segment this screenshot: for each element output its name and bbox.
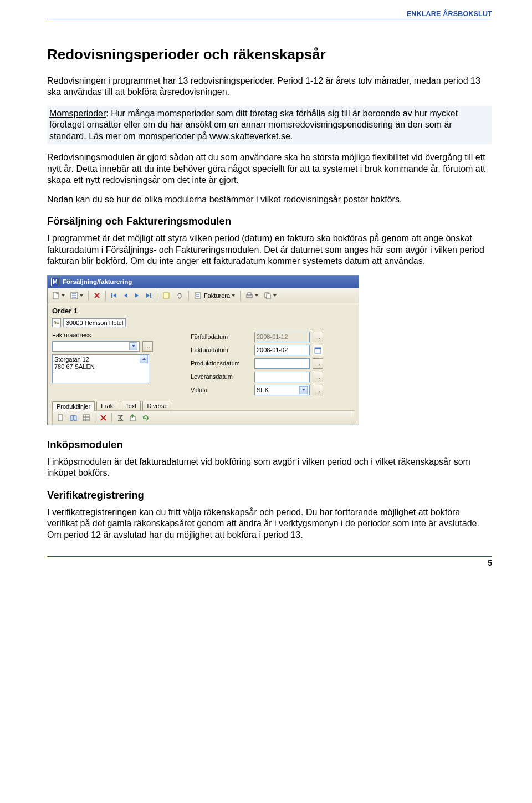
customer-icon: 9≡ <box>52 318 61 327</box>
ellipsis-button[interactable]: … <box>313 372 323 382</box>
scroll-up-icon[interactable] <box>140 355 148 363</box>
toolbar-separator <box>157 291 157 301</box>
calendar-icon <box>314 347 321 354</box>
fakturaadress-combo[interactable] <box>52 341 140 352</box>
new-line-button[interactable] <box>55 413 66 423</box>
leveransdatum-label: Leveransdatum <box>191 373 252 380</box>
valuta-value: SEK <box>257 387 269 393</box>
new-button[interactable] <box>50 290 67 301</box>
valuta-label: Valuta <box>191 387 252 393</box>
svg-rect-9 <box>163 293 169 298</box>
ellipsis-button[interactable]: … <box>313 332 323 342</box>
app-title: Försäljning/fakturering <box>63 278 132 285</box>
voucher-heading: Verifikatregistrering <box>47 489 492 501</box>
page-title: Redovisningsperioder och räkenskapsår <box>47 46 492 63</box>
attach-button[interactable] <box>173 290 186 301</box>
svg-rect-10 <box>195 293 201 298</box>
notes-button[interactable] <box>160 290 172 301</box>
fakturaadress-label: Fakturaadress <box>52 332 180 338</box>
tab-row: Produktlinjer Frakt Text Diverse <box>52 401 354 410</box>
last-icon <box>145 292 152 299</box>
chevron-down-icon <box>129 342 137 350</box>
fakturera-button[interactable]: Fakturera <box>192 290 237 301</box>
chevron-down-icon <box>62 294 65 297</box>
chevron-down-icon <box>232 294 235 297</box>
toolbar-separator <box>111 413 112 423</box>
export-icon <box>129 414 136 421</box>
svg-rect-7 <box>111 293 112 298</box>
app-window: M Försäljning/fakturering <box>47 275 359 425</box>
page-number: 5 <box>47 556 492 567</box>
app-toolbar: Fakturera <box>48 288 359 303</box>
order-number: Order 1 <box>52 307 78 315</box>
copy-icon <box>264 292 272 299</box>
list-button[interactable] <box>68 290 85 301</box>
export-button[interactable] <box>127 413 139 423</box>
refresh-button[interactable] <box>140 413 151 423</box>
svg-rect-16 <box>267 294 270 299</box>
customer-field[interactable]: 30000 Hemson Hotel <box>63 318 126 327</box>
purchase-paragraph: I inköpsmodulen är det fakturadatumet vi… <box>47 456 492 479</box>
chevron-down-icon <box>255 294 258 297</box>
sales-paragraph: I programmet är det möjligt att styra vi… <box>47 233 492 267</box>
valuta-combo[interactable]: SEK <box>254 385 310 395</box>
callout-text: : Hur många momsperioder som ditt företa… <box>49 109 458 141</box>
print-button[interactable] <box>243 290 260 301</box>
tab-frakt[interactable]: Frakt <box>96 401 119 410</box>
running-header: ENKLARE ÅRSBOKSLUT <box>47 10 492 19</box>
chevron-down-icon <box>299 386 308 394</box>
first-record-button[interactable] <box>109 291 120 301</box>
paperclip-icon <box>176 292 183 299</box>
voucher-paragraph: I verifikatregistreringen kan du fritt v… <box>47 507 492 541</box>
fakturadatum-field[interactable] <box>254 345 310 355</box>
grid-button[interactable] <box>80 413 92 423</box>
open-line-button[interactable] <box>68 413 79 423</box>
app-content: Order 1 9≡ 30000 Hemson Hotel Fakturaadr… <box>48 303 359 425</box>
tab-produktlinjer[interactable]: Produktlinjer <box>52 402 95 411</box>
last-record-button[interactable] <box>143 291 154 301</box>
prev-record-button[interactable] <box>121 291 131 301</box>
x-icon <box>94 292 100 299</box>
new-page-icon <box>57 414 64 421</box>
note-icon <box>162 292 170 299</box>
copy-button[interactable] <box>262 290 279 301</box>
first-icon <box>111 292 117 299</box>
new-page-icon <box>52 292 60 299</box>
sigma-icon <box>117 414 124 421</box>
next-record-button[interactable] <box>132 291 142 301</box>
svg-rect-14 <box>248 293 251 295</box>
intro-paragraph: Redovisningen i programmet har 13 redovi… <box>47 75 492 98</box>
delete-button[interactable] <box>91 291 103 301</box>
toolbar-separator <box>188 291 189 301</box>
fakturera-label: Fakturera <box>204 292 230 299</box>
produktionsdatum-label: Produktionsdatum <box>191 360 252 367</box>
sub-toolbar <box>52 410 354 425</box>
svg-rect-19 <box>58 415 63 421</box>
leveransdatum-field[interactable] <box>254 372 310 382</box>
calendar-button[interactable] <box>313 345 323 355</box>
purchase-module-heading: Inköpsmodulen <box>47 439 492 451</box>
ellipsis-button[interactable]: … <box>142 341 153 352</box>
address-textarea[interactable] <box>52 354 149 383</box>
tab-text[interactable]: Text <box>121 401 141 410</box>
refresh-icon <box>142 414 149 421</box>
forfallodatum-label: Förfallodatum <box>191 333 252 340</box>
sum-button[interactable] <box>115 413 126 423</box>
ellipsis-button[interactable]: … <box>313 385 323 395</box>
document-page: ENKLARE ÅRSBOKSLUT Redovisningsperioder … <box>0 0 532 584</box>
delete-line-button[interactable] <box>98 413 109 423</box>
produktionsdatum-field[interactable] <box>254 358 310 369</box>
chevron-down-icon <box>80 294 83 297</box>
x-icon <box>100 415 106 421</box>
ellipsis-button[interactable]: … <box>313 358 323 369</box>
toolbar-separator <box>105 291 106 301</box>
forfallodatum-field[interactable] <box>254 332 310 342</box>
next-icon <box>134 292 140 299</box>
tab-diverse[interactable]: Diverse <box>142 401 172 410</box>
sales-module-heading: Försäljning och Faktureringsmodulen <box>47 215 492 227</box>
svg-rect-8 <box>150 293 151 298</box>
book-icon <box>70 414 77 421</box>
invoice-icon <box>194 292 202 299</box>
printer-icon <box>245 292 253 299</box>
toolbar-separator <box>88 291 89 301</box>
